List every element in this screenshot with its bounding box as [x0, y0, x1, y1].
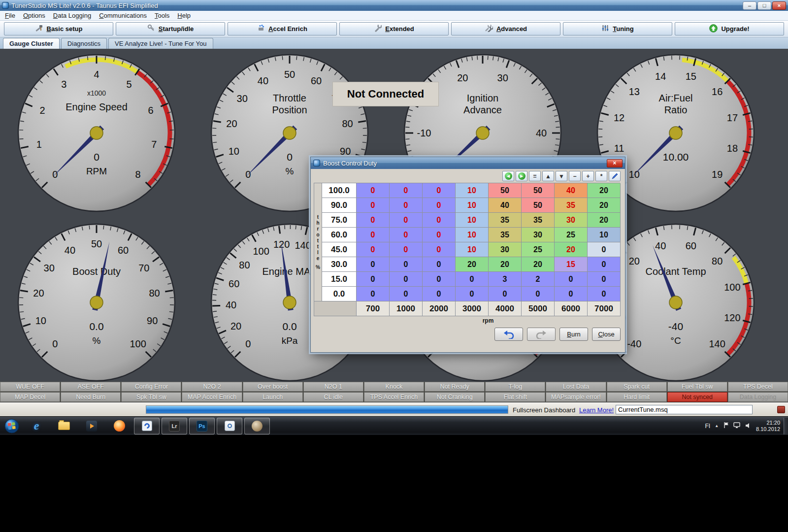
boost-cell[interactable]: 30 — [522, 228, 555, 242]
boost-cell[interactable]: 0 — [588, 242, 621, 257]
boost-cell[interactable]: 3 — [489, 272, 522, 287]
taskbar-icon-photoshop[interactable]: Ps — [189, 418, 215, 434]
boost-cell[interactable]: 20 — [588, 198, 621, 213]
toolbar-button-tuning[interactable]: Tuning — [563, 22, 672, 35]
action-center-icon[interactable] — [723, 422, 729, 431]
boost-cell[interactable]: 40 — [555, 183, 588, 198]
boost-cell[interactable]: 0 — [423, 272, 456, 287]
start-button[interactable] — [2, 418, 22, 434]
dialog-titlebar[interactable]: Boost Control Duty × — [311, 157, 625, 169]
window-titlebar[interactable]: TunerStudio MS Lite! v2.0.6 - Taunus EFI… — [0, 0, 788, 11]
close-button[interactable]: Close — [592, 328, 621, 341]
boost-cell[interactable]: 25 — [522, 242, 555, 257]
dialog-tool-minus[interactable]: − — [569, 171, 581, 181]
boost-cell[interactable]: 0 — [555, 272, 588, 287]
boost-cell[interactable]: 10 — [456, 198, 489, 213]
menu-item-data-logging[interactable]: Data Logging — [49, 11, 95, 20]
boost-cell[interactable]: 0 — [390, 228, 423, 242]
boost-cell[interactable]: 0 — [423, 242, 456, 257]
taskbar-icon-tunerstudio[interactable] — [134, 418, 160, 434]
boost-cell[interactable]: 0 — [522, 287, 555, 301]
boost-cell[interactable]: 25 — [555, 228, 588, 242]
boost-cell[interactable]: 20 — [489, 257, 522, 272]
boost-cell[interactable]: 10 — [456, 242, 489, 257]
dialog-close-button[interactable]: × — [607, 159, 623, 167]
redo-button[interactable] — [527, 328, 556, 341]
boost-cell[interactable]: 0 — [390, 272, 423, 287]
dialog-tool-arrow-down[interactable]: ▼ — [556, 171, 567, 181]
taskbar-icon-firefox[interactable] — [106, 418, 132, 434]
show-desktop-button[interactable] — [784, 418, 788, 434]
boost-cell[interactable]: 35 — [522, 213, 555, 228]
boost-cell[interactable]: 50 — [522, 198, 555, 213]
boost-cell[interactable]: 0 — [357, 242, 390, 257]
hidden-icons-arrow[interactable]: ▲ — [715, 424, 719, 428]
boost-cell[interactable]: 10 — [588, 228, 621, 242]
boost-cell[interactable]: 20 — [522, 257, 555, 272]
menu-item-tools[interactable]: Tools — [151, 11, 173, 20]
boost-cell[interactable]: 10 — [456, 183, 489, 198]
toolbar-button-accel-enrich[interactable]: Accel Enrich — [228, 22, 337, 35]
boost-cell[interactable]: 0 — [423, 228, 456, 242]
boost-cell[interactable]: 0 — [357, 287, 390, 301]
boost-cell[interactable]: 0 — [588, 287, 621, 301]
tab-ve-analyze-live-tune-for-you[interactable]: VE Analyze Live! - Tune For You — [108, 38, 213, 49]
boost-cell[interactable]: 20 — [588, 183, 621, 198]
boost-cell[interactable]: 0 — [555, 287, 588, 301]
boost-cell[interactable]: 0 — [357, 257, 390, 272]
boost-cell[interactable]: 0 — [357, 228, 390, 242]
maximize-button[interactable]: □ — [757, 1, 771, 10]
taskbar-icon-gimp[interactable] — [244, 418, 270, 434]
learn-more-link[interactable]: Learn More! — [579, 406, 614, 414]
taskbar-icon-internet-explorer[interactable]: e — [24, 418, 49, 434]
boost-cell[interactable]: 2 — [522, 272, 555, 287]
dialog-tool-star[interactable]: * — [595, 171, 607, 181]
burn-button[interactable]: Burn — [559, 328, 588, 341]
dialog-tool-equals[interactable]: = — [529, 171, 541, 181]
boost-cell[interactable]: 20 — [555, 242, 588, 257]
boost-cell[interactable]: 35 — [489, 228, 522, 242]
boost-cell[interactable]: 0 — [423, 257, 456, 272]
dialog-tool-arrow-up[interactable]: ▲ — [542, 171, 554, 181]
toolbar-button-advanced[interactable]: Advanced — [451, 22, 560, 35]
taskbar-icon-lightroom[interactable]: Lr — [162, 418, 187, 434]
undo-button[interactable] — [494, 328, 523, 341]
menu-item-communications[interactable]: Communications — [95, 11, 151, 20]
boost-cell[interactable]: 0 — [588, 257, 621, 272]
current-tune-file[interactable] — [616, 405, 753, 414]
boost-cell[interactable]: 0 — [456, 287, 489, 301]
clock[interactable]: 21:20 8.10.2012 — [756, 420, 780, 432]
minimize-button[interactable]: – — [743, 1, 756, 10]
taskbar-icon-media-player[interactable] — [79, 418, 104, 434]
boost-cell[interactable]: 40 — [489, 198, 522, 213]
boost-cell[interactable]: 0 — [357, 198, 390, 213]
boost-cell[interactable]: 0 — [390, 213, 423, 228]
boost-cell[interactable]: 20 — [456, 257, 489, 272]
boost-cell[interactable]: 0 — [390, 242, 423, 257]
boost-cell[interactable]: 0 — [357, 183, 390, 198]
boost-cell[interactable]: 0 — [423, 183, 456, 198]
boost-cell[interactable]: 0 — [357, 213, 390, 228]
toolbar-button-upgrade[interactable]: Upgrade! — [675, 22, 784, 35]
dialog-tool-nav-right[interactable]: ▶ — [516, 171, 527, 181]
toolbar-button-extended[interactable]: Extended — [339, 22, 449, 35]
volume-icon[interactable] — [745, 422, 752, 431]
dialog-tool-nav-left[interactable]: ◀ — [502, 171, 514, 181]
taskbar-icon-explorer[interactable] — [51, 418, 77, 434]
boost-cell[interactable]: 0 — [423, 198, 456, 213]
boost-cell[interactable]: 0 — [357, 272, 390, 287]
boost-cell[interactable]: 30 — [489, 242, 522, 257]
menu-item-file[interactable]: File — [1, 11, 19, 20]
boost-cell[interactable]: 0 — [390, 257, 423, 272]
tab-diagnostics[interactable]: Diagnostics — [61, 38, 107, 49]
menu-item-help[interactable]: Help — [173, 11, 195, 20]
boost-cell[interactable]: 15 — [555, 257, 588, 272]
boost-cell[interactable]: 0 — [588, 272, 621, 287]
tab-gauge-cluster[interactable]: Gauge Cluster — [3, 38, 60, 49]
boost-cell[interactable]: 20 — [588, 213, 621, 228]
dialog-tool-plus[interactable]: + — [582, 171, 594, 181]
boost-cell[interactable]: 0 — [456, 272, 489, 287]
boost-cell[interactable]: 10 — [456, 228, 489, 242]
dialog-tool-pencil[interactable] — [609, 171, 621, 181]
boost-cell[interactable]: 0 — [390, 287, 423, 301]
